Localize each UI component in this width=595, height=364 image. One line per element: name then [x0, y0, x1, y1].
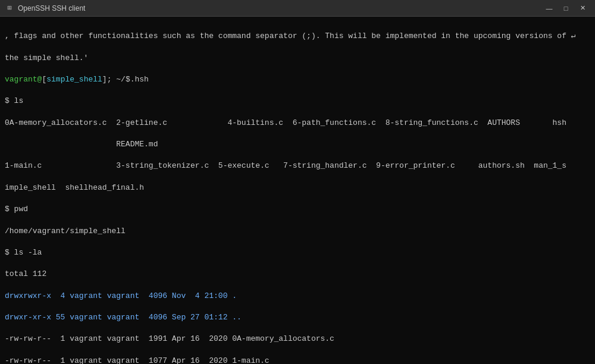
- ls-la-0a: -rw-rw-r-- 1 vagrant vagrant 1991 Apr 16…: [5, 334, 590, 344]
- titlebar: ⊞ OpenSSH SSH client — □ ✕: [0, 0, 595, 17]
- cmd-ls: $ ls: [5, 96, 590, 106]
- window-controls: — □ ✕: [541, 2, 590, 14]
- prompt-suffix: ; ~/$.hsh: [107, 75, 149, 84]
- ls-la-dotdot: drwxr-xr-x 55 vagrant vagrant 4096 Sep 2…: [5, 312, 590, 323]
- ls-la-dot: drwxrwxr-x 4 vagrant vagrant 4096 Nov 4 …: [5, 291, 590, 302]
- ls-output-3: 1-main.c 3-string_tokenizer.c 5-execute.…: [5, 161, 590, 171]
- ls-la-total: total 112: [5, 269, 590, 280]
- window-title: OpenSSH SSH client: [18, 4, 541, 12]
- minimize-button[interactable]: —: [541, 2, 557, 14]
- terminal-output[interactable]: , flags and other functionalities such a…: [0, 17, 595, 364]
- maximize-button[interactable]: □: [558, 2, 574, 14]
- pwd-output: /home/vagrant/simple_shell: [5, 226, 590, 237]
- ls-output-1: 0A-memory_allocators.c 2-getline.c 4-bui…: [5, 118, 590, 128]
- prompt-line: vagrant@[simple_shell]; ~/$.hsh: [5, 74, 590, 85]
- app-icon: ⊞: [5, 4, 14, 13]
- prompt-user: vagrant@: [5, 75, 42, 84]
- ls-la-1main: -rw-rw-r-- 1 vagrant vagrant 1077 Apr 16…: [5, 356, 590, 364]
- ls-output-2: README.md: [5, 139, 590, 150]
- cmd-ls-la: $ ls -la: [5, 247, 590, 258]
- ls-output-4: imple_shell shellhead_final.h: [5, 183, 590, 193]
- close-button[interactable]: ✕: [575, 2, 590, 14]
- cmd-pwd: $ pwd: [5, 204, 590, 215]
- window: ⊞ OpenSSH SSH client — □ ✕ , flags and o…: [0, 0, 595, 364]
- line-1: , flags and other functionalities such a…: [5, 31, 590, 42]
- prompt-path: simple_shell: [46, 75, 102, 84]
- line-2: the simple shell.': [5, 53, 590, 64]
